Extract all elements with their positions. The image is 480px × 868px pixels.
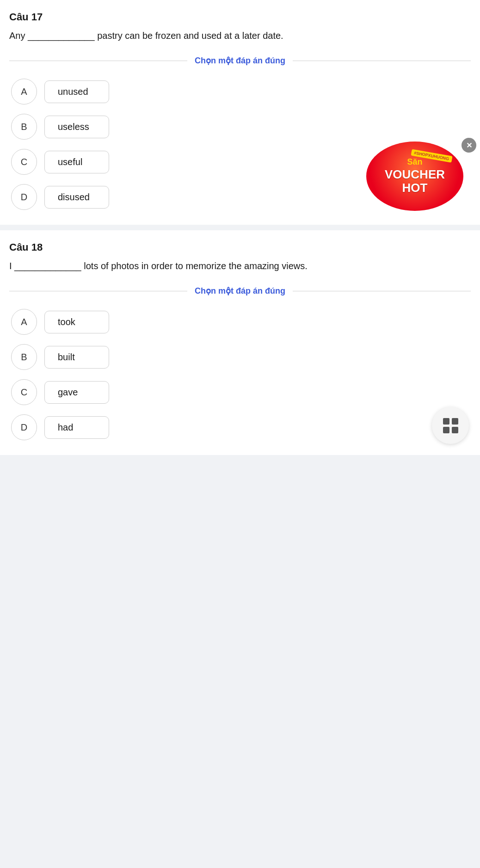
q17-option-a-circle: A	[11, 79, 37, 105]
q18-divider: Chọn một đáp án đúng	[9, 286, 471, 296]
q18-option-c-circle: C	[11, 379, 37, 405]
ad-san-text: Săn	[407, 157, 422, 167]
q17-option-d-label: disused	[44, 186, 109, 209]
q17-option-b-label: useless	[44, 116, 109, 138]
q18-option-a[interactable]: A took	[11, 309, 469, 335]
q18-options: A took B built C gave D had	[9, 309, 471, 440]
divider-line-right	[293, 61, 471, 61]
ad-overlay: ✕ #SHOPXUHUONG Săn VOUCHER HOT	[366, 142, 473, 215]
q17-instruction: Chọn một đáp án đúng	[187, 55, 293, 66]
q18-instruction: Chọn một đáp án đúng	[187, 286, 293, 296]
q17-option-b[interactable]: B useless	[11, 114, 469, 140]
q17-option-c-circle: C	[11, 149, 37, 175]
ad-close-button[interactable]: ✕	[462, 138, 476, 153]
q18-option-d-circle: D	[11, 414, 37, 440]
divider-line-right-2	[293, 291, 471, 291]
q18-option-b-circle: B	[11, 344, 37, 370]
divider-line-left	[9, 61, 187, 61]
q18-option-d-label: had	[44, 416, 109, 439]
q17-option-a[interactable]: A unused	[11, 79, 469, 105]
q18-option-a-label: took	[44, 311, 109, 333]
q17-option-d-circle: D	[11, 184, 37, 210]
question-17-section: Câu 17 Any _____________ pastry can be f…	[0, 0, 480, 225]
q17-title: Câu 17	[9, 11, 471, 23]
grid-dot-1	[443, 418, 449, 425]
grid-fab-button[interactable]	[432, 407, 469, 444]
q18-option-b[interactable]: B built	[11, 344, 469, 370]
ad-hot-text: HOT	[402, 181, 428, 195]
q18-question: I _____________ lots of photos in order …	[9, 259, 471, 273]
q18-option-a-circle: A	[11, 309, 37, 335]
question-18-section: Câu 18 I _____________ lots of photos in…	[0, 230, 480, 455]
q18-option-c-label: gave	[44, 381, 109, 404]
grid-dot-4	[452, 427, 458, 433]
grid-icon	[443, 418, 458, 433]
q18-title: Câu 18	[9, 241, 471, 253]
q17-divider: Chọn một đáp án đúng	[9, 55, 471, 66]
grid-dot-3	[443, 427, 449, 433]
q18-option-c[interactable]: C gave	[11, 379, 469, 405]
q18-option-d[interactable]: D had	[11, 414, 469, 440]
grid-dot-2	[452, 418, 458, 425]
ad-voucher-text: VOUCHER	[385, 168, 445, 181]
q17-option-c-label: useful	[44, 151, 109, 173]
divider-line-left-2	[9, 291, 187, 291]
q18-option-b-label: built	[44, 346, 109, 369]
q17-option-b-circle: B	[11, 114, 37, 140]
q17-question: Any _____________ pastry can be frozen a…	[9, 29, 471, 43]
ad-bubble[interactable]: #SHOPXUHUONG Săn VOUCHER HOT	[366, 142, 463, 211]
q17-option-a-label: unused	[44, 80, 109, 103]
